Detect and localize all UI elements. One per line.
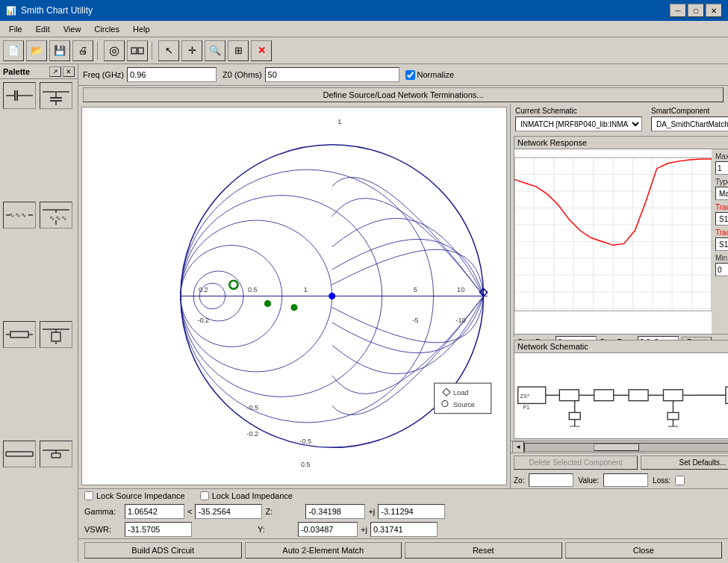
lock-load-checkbox[interactable] bbox=[200, 491, 209, 500]
set-defaults-button[interactable]: Set Defaults... bbox=[641, 455, 728, 470]
trace1-group: Trace1 S11 S21 bbox=[715, 203, 728, 225]
gamma-angle-sym: < bbox=[187, 507, 192, 516]
y-value-input[interactable] bbox=[298, 522, 358, 537]
z-plusj-sym: +j bbox=[368, 507, 375, 516]
palette-tline[interactable] bbox=[3, 441, 36, 467]
vswr-value-input[interactable] bbox=[125, 522, 192, 537]
vswr-spacer bbox=[195, 525, 255, 534]
smart-component-group: SmartComponent DA_SmithChartMatch1 bbox=[651, 107, 728, 131]
main-layout: Palette ↗ ✕ bbox=[0, 64, 728, 562]
term-button[interactable]: Define Source/Load Network Terminations.… bbox=[83, 87, 724, 102]
network-button[interactable]: ○□ bbox=[127, 40, 148, 61]
h-scroll-thumb[interactable] bbox=[594, 444, 639, 451]
minimize-button[interactable]: ─ bbox=[670, 4, 686, 17]
zo-value-input[interactable] bbox=[529, 473, 573, 487]
gamma-angle-input[interactable] bbox=[195, 504, 262, 519]
svg-text:Source: Source bbox=[453, 401, 475, 408]
palette-close-button[interactable]: ✕ bbox=[63, 66, 75, 77]
current-schematic-select[interactable]: INMATCH [MRF8P040_lib:INMATCH:: bbox=[515, 116, 642, 131]
trace1-select[interactable]: S11 S21 bbox=[715, 212, 728, 225]
max-input[interactable] bbox=[715, 161, 728, 175]
print-button[interactable]: 🖨 bbox=[72, 40, 93, 61]
network-schematic-title: Network Schematic bbox=[514, 340, 728, 353]
reset-button[interactable]: Reset bbox=[405, 542, 562, 559]
palette-header: Palette ↗ ✕ bbox=[0, 64, 78, 79]
min-input[interactable] bbox=[715, 263, 728, 276]
palette-stub[interactable] bbox=[40, 441, 72, 467]
min-group: Min bbox=[715, 254, 728, 276]
value-input[interactable] bbox=[603, 473, 648, 487]
type-group: Type Mag dB Phase bbox=[715, 178, 728, 200]
smart-component-select[interactable]: DA_SmithChartMatch1 bbox=[651, 116, 728, 131]
palette-shunt-cap[interactable] bbox=[40, 82, 72, 109]
palette-series-mm[interactable]: ∿∿∿ bbox=[3, 202, 36, 228]
trace2-select[interactable]: S11 S21 bbox=[715, 237, 728, 251]
palette-shunt-res[interactable] bbox=[40, 321, 72, 348]
close-button[interactable]: Close bbox=[565, 542, 723, 559]
gamma-row: Gamma: < Z: +j bbox=[78, 503, 728, 520]
zoom-button[interactable]: 🔍 bbox=[205, 40, 225, 61]
normalize-checkbox[interactable] bbox=[405, 70, 415, 80]
svg-text:○□: ○□ bbox=[133, 49, 140, 55]
select-button[interactable]: ↖ bbox=[158, 40, 179, 61]
delete-button[interactable]: ✕ bbox=[251, 40, 272, 61]
new-button[interactable]: 📄 bbox=[3, 40, 24, 61]
scroll-left-arrow[interactable]: ◄ bbox=[512, 441, 524, 453]
gamma-value-input[interactable] bbox=[125, 504, 184, 519]
y-j-input[interactable] bbox=[370, 522, 438, 537]
max-label: Max bbox=[715, 152, 728, 161]
palette-grid: ∿∿∿ ∿∿∿ bbox=[0, 79, 78, 562]
palette-series-res[interactable] bbox=[3, 321, 36, 348]
auto-2element-button[interactable]: Auto 2-Element Match bbox=[245, 542, 402, 559]
window-close-button[interactable]: ✕ bbox=[706, 4, 722, 17]
svg-text:Load: Load bbox=[453, 389, 468, 396]
lock-source-label: Lock Source Impedance bbox=[96, 491, 185, 500]
current-schematic-group: Current Schematic INMATCH [MRF8P040_lib:… bbox=[515, 107, 642, 131]
palette: Palette ↗ ✕ bbox=[0, 64, 78, 562]
bottom-panel: Lock Source Impedance Lock Load Impedanc… bbox=[78, 488, 728, 538]
svg-rect-20 bbox=[10, 332, 28, 338]
menu-file[interactable]: File bbox=[3, 23, 28, 35]
move-button[interactable]: ✛ bbox=[181, 40, 202, 61]
schematic-row: Current Schematic INMATCH [MRF8P040_lib:… bbox=[511, 104, 728, 134]
build-ads-button[interactable]: Build ADS Circuit bbox=[84, 542, 242, 559]
smith-circle-button[interactable]: ◎ bbox=[104, 40, 125, 61]
menu-view[interactable]: View bbox=[57, 23, 87, 35]
normalize-label: Normalize bbox=[417, 70, 455, 79]
palette-shunt-ind[interactable]: ∿∿∿ bbox=[40, 202, 72, 228]
lock-load-label: Lock Load Impedance bbox=[212, 491, 293, 500]
svg-text:5: 5 bbox=[414, 286, 417, 293]
menu-help[interactable]: Help bbox=[127, 23, 156, 35]
toolbar-sep1 bbox=[97, 42, 100, 60]
freq-group: Freq (GHz) bbox=[83, 67, 217, 82]
lock-source-checkbox[interactable] bbox=[84, 491, 93, 500]
gamma-label: Gamma: bbox=[84, 507, 122, 516]
freq-input[interactable] bbox=[127, 67, 217, 82]
smart-component-label: SmartComponent bbox=[651, 107, 728, 115]
grid-button[interactable]: ⊞ bbox=[228, 40, 249, 61]
h-scrollbar[interactable] bbox=[524, 443, 728, 452]
z-j-input[interactable] bbox=[378, 504, 445, 519]
maximize-button[interactable]: □ bbox=[688, 4, 704, 17]
nr-controls: Max Type Mag dB Phase bbox=[712, 149, 728, 334]
bottom-action-row: Delete Selected Component Set Defaults..… bbox=[511, 452, 728, 472]
save-button[interactable]: 💾 bbox=[49, 40, 70, 61]
menu-edit[interactable]: Edit bbox=[30, 23, 56, 35]
trace2-label: Trace2 bbox=[715, 228, 728, 237]
palette-float-button[interactable]: ↗ bbox=[49, 66, 61, 77]
zo-input[interactable] bbox=[265, 67, 399, 82]
delete-component-button[interactable]: Delete Selected Component bbox=[514, 455, 638, 470]
z-value-input[interactable] bbox=[305, 504, 365, 519]
lock-row: Lock Source Impedance Lock Load Impedanc… bbox=[78, 489, 728, 503]
open-button[interactable]: 📂 bbox=[26, 40, 47, 61]
menu-circles[interactable]: Circles bbox=[88, 23, 125, 35]
zo-label-bottom: Zo: bbox=[514, 476, 524, 485]
z-label: Z: bbox=[265, 507, 302, 516]
loss-checkbox[interactable] bbox=[675, 476, 685, 485]
type-select[interactable]: Mag dB Phase bbox=[715, 187, 728, 200]
menu-bar: File Edit View Circles Help bbox=[0, 21, 728, 37]
smith-chart-svg[interactable]: 1 0.2 0.5 1 5 10 -5 -10 -0.2 -0.5 -0.2 0… bbox=[82, 108, 506, 485]
final-btn-row: Build ADS Circuit Auto 2-Element Match R… bbox=[78, 538, 728, 562]
svg-rect-63 bbox=[435, 383, 491, 414]
palette-series-cap[interactable] bbox=[3, 82, 36, 109]
